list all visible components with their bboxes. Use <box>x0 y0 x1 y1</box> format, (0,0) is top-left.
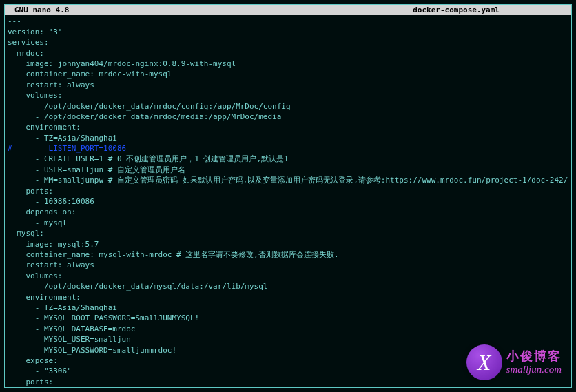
code-line: environment: <box>8 292 568 302</box>
code-line: restart: always <box>8 80 568 90</box>
code-line: - MM=smalljunpw # 自定义管理员密码 如果默认用户密码,以及变量… <box>8 175 568 185</box>
code-line: - TZ=Asia/Shanghai <box>8 302 568 313</box>
code-line: container_name: mysql-with-mrdoc # 这里名字请… <box>8 249 568 260</box>
code-line: expose: <box>8 355 568 366</box>
code-line: - 10086:10086 <box>8 196 568 207</box>
code-line: image: jonnyan404/mrdoc-nginx:0.8.9-with… <box>8 59 568 69</box>
editor-titlebar: GNU nano 4.8 docker-compose.yaml <box>5 5 571 15</box>
code-line: depends_on: <box>8 207 568 217</box>
editor-content[interactable]: ---version: "3"services: mrdoc: image: j… <box>5 15 571 388</box>
code-line: - MYSQL_USER=smalljun <box>8 334 568 344</box>
code-line: mysql: <box>8 228 568 238</box>
code-line: services: <box>8 37 568 48</box>
code-line: container_name: mrdoc-with-mysql <box>8 69 568 79</box>
code-line: - "3306" <box>8 366 568 376</box>
code-line: version: "3" <box>8 27 568 37</box>
editor-app-name: GNU nano 4.8 <box>8 5 69 15</box>
code-line: ports: <box>8 377 568 387</box>
code-line: - MYSQL_ROOT_PASSWORD=SmallJUNMYSQL! <box>8 313 568 323</box>
code-line: - USER=smalljun # 自定义管理员用户名 <box>8 165 568 175</box>
code-line: ports: <box>8 186 568 196</box>
code-line: - TZ=Asia/Shanghai <box>8 133 568 143</box>
code-line: - MYSQL_PASSWORD=smalljunmrdoc! <box>8 345 568 355</box>
code-line: image: mysql:5.7 <box>8 239 568 249</box>
code-line: mrdoc: <box>8 48 568 59</box>
code-line: restart: always <box>8 260 568 270</box>
code-line: volumes: <box>8 271 568 281</box>
terminal-window: GNU nano 4.8 docker-compose.yaml ---vers… <box>4 4 572 388</box>
code-line: - mysql <box>8 218 568 228</box>
code-line: # - LISTEN_PORT=10086 <box>8 143 568 154</box>
code-line: environment: <box>8 122 568 132</box>
code-line: - MYSQL_DATABASE=mrdoc <box>8 324 568 334</box>
code-line: --- <box>8 16 568 26</box>
code-line: - 63306:3306 <box>8 387 568 388</box>
code-line: volumes: <box>8 90 568 101</box>
code-line: - /opt/docker/docker_data/mrdoc/media:/a… <box>8 112 568 122</box>
editor-filename: docker-compose.yaml <box>413 5 568 15</box>
code-line: - /opt/docker/docker_data/mysql/data:/va… <box>8 281 568 291</box>
code-line: - /opt/docker/docker_data/mrdoc/config:/… <box>8 101 568 112</box>
code-line: - CREATE_USER=1 # 0 不创建管理员用户，1 创建管理员用户,默… <box>8 154 568 164</box>
